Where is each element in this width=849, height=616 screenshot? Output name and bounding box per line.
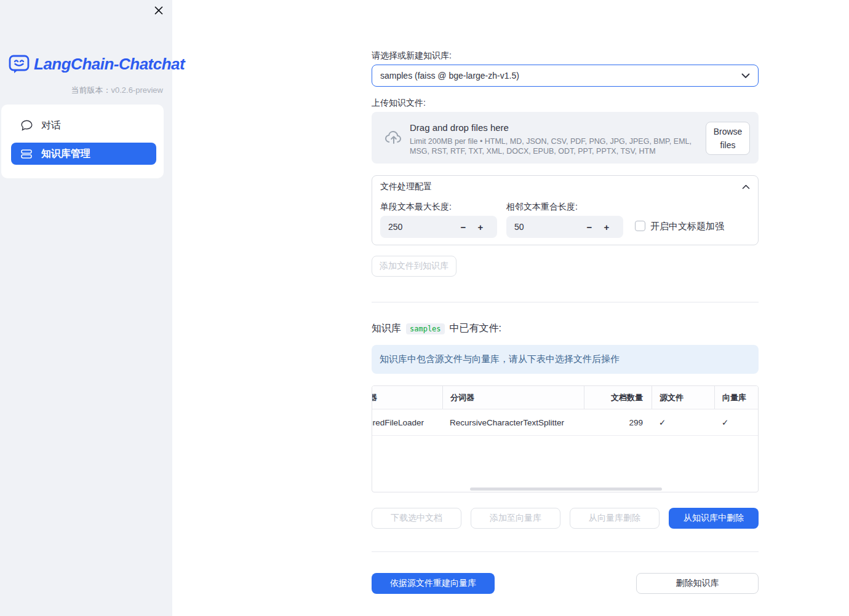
delete-from-kb-button[interactable]: 从知识库中删除: [669, 508, 759, 529]
overlap-size-input[interactable]: 50 − +: [506, 216, 623, 238]
divider: [372, 302, 759, 302]
kb-select-label: 请选择或新建知识库:: [372, 50, 452, 61]
info-banner: 知识库中包含源文件与向量库，请从下表中选择文件后操作: [372, 345, 759, 374]
stack-icon: [20, 149, 33, 159]
version-text: 当前版本：v0.2.6-preview: [0, 85, 163, 96]
zh-title-checkbox-label[interactable]: 开启中文标题加强: [650, 221, 724, 232]
delete-kb-button[interactable]: 删除知识库: [636, 573, 759, 594]
version-value: v0.2.6-preview: [111, 85, 163, 95]
column-header-splitter[interactable]: 分词器: [442, 386, 584, 409]
kb-name-chip: samples: [406, 323, 445, 334]
cell-source-file[interactable]: ✓: [652, 409, 714, 435]
chevron-up-icon: [742, 184, 750, 189]
delete-from-vector-store-button[interactable]: 从向量库删除: [570, 508, 660, 529]
chatchat-logo-icon: [8, 53, 30, 75]
divider: [372, 551, 759, 552]
rebuild-vector-store-button[interactable]: 依据源文件重建向量库: [372, 573, 495, 594]
dropzone-title: Drag and drop files here: [410, 122, 509, 133]
chunk-size-value: 250: [388, 222, 455, 232]
add-to-vector-store-button[interactable]: 添加至向量库: [471, 508, 560, 529]
app-window: LangChain-Chatchat 当前版本：v0.2.6-preview 对…: [0, 0, 849, 616]
column-header-vector-store[interactable]: 向量库: [714, 386, 759, 409]
version-label: 当前版本：: [71, 85, 111, 95]
minus-stepper-button[interactable]: −: [581, 222, 598, 232]
plus-stepper-button[interactable]: +: [472, 222, 489, 232]
kb-files-heading: 知识库 samples 中已有文件:: [372, 322, 501, 335]
overlap-size-value: 50: [514, 222, 581, 232]
file-config-expander: 文件处理配置 单段文本最大长度: 相邻文本重合长度: 250 − + 50 − …: [372, 175, 759, 245]
kb-files-prefix: 知识库: [372, 322, 401, 335]
kb-select[interactable]: samples (faiss @ bge-large-zh-v1.5): [372, 65, 759, 87]
table-header-row: 文档加载器 分词器 文档数量 源文件 向量库: [372, 386, 759, 409]
sidebar-menu: 对话 知识库管理: [1, 105, 164, 178]
kb-files-table-inner: 文档加载器 分词器 文档数量 源文件 向量库 UnstructuredFileL…: [372, 386, 759, 436]
kb-files-suffix: 中已有文件:: [450, 322, 501, 335]
cell-loader[interactable]: UnstructuredFileLoader: [372, 409, 442, 435]
app-title: LangChain-Chatchat: [34, 55, 185, 74]
chunk-size-input[interactable]: 250 − +: [380, 216, 497, 238]
kb-select-value: samples (faiss @ bge-large-zh-v1.5): [380, 71, 741, 81]
chat-bubble-icon: [20, 120, 33, 131]
zh-title-checkbox[interactable]: [635, 221, 645, 231]
overlap-size-label: 相邻文本重合长度:: [506, 202, 578, 213]
column-header-doc-count[interactable]: 文档数量: [584, 386, 652, 409]
expander-title: 文件处理配置: [380, 181, 742, 192]
cell-doc-count[interactable]: 299: [584, 409, 652, 435]
column-header-loader[interactable]: 文档加载器: [372, 386, 442, 409]
expander-header[interactable]: 文件处理配置: [372, 176, 758, 198]
sidebar: LangChain-Chatchat 当前版本：v0.2.6-preview 对…: [0, 0, 172, 616]
sidebar-item-knowledge-base[interactable]: 知识库管理: [11, 143, 156, 165]
file-uploader-dropzone[interactable]: Drag and drop files here Limit 200MB per…: [372, 112, 759, 164]
chunk-size-label: 单段文本最大长度:: [380, 202, 452, 213]
cloud-upload-icon: [384, 128, 404, 148]
upload-label: 上传知识文件:: [372, 98, 426, 109]
plus-stepper-button[interactable]: +: [598, 222, 615, 232]
sidebar-item-label: 对话: [41, 119, 61, 132]
app-logo: LangChain-Chatchat: [8, 53, 185, 75]
sidebar-item-dialogue[interactable]: 对话: [11, 114, 156, 136]
close-icon: [154, 6, 164, 15]
info-banner-text: 知识库中包含源文件与向量库，请从下表中选择文件后操作: [380, 353, 620, 365]
cell-splitter[interactable]: RecursiveCharacterTextSplitter: [442, 409, 584, 435]
sidebar-item-label: 知识库管理: [41, 148, 90, 160]
dropzone-limit-text: Limit 200MB per file • HTML, MD, JSON, C…: [410, 136, 704, 156]
table-row[interactable]: UnstructuredFileLoader RecursiveCharacte…: [372, 409, 759, 436]
chevron-down-icon: [741, 73, 750, 79]
table-horizontal-scrollbar[interactable]: [470, 488, 662, 491]
download-selected-docs-button[interactable]: 下载选中文档: [372, 508, 461, 529]
column-header-source-file[interactable]: 源文件: [652, 386, 714, 409]
cell-vector-store[interactable]: ✓: [714, 409, 759, 435]
add-files-to-kb-button[interactable]: 添加文件到知识库: [372, 256, 456, 277]
sidebar-close-button[interactable]: [150, 2, 167, 19]
browse-files-button[interactable]: Browse files: [706, 122, 750, 155]
kb-files-table[interactable]: 文档加载器 分词器 文档数量 源文件 向量库 UnstructuredFileL…: [372, 385, 759, 492]
minus-stepper-button[interactable]: −: [455, 222, 472, 232]
